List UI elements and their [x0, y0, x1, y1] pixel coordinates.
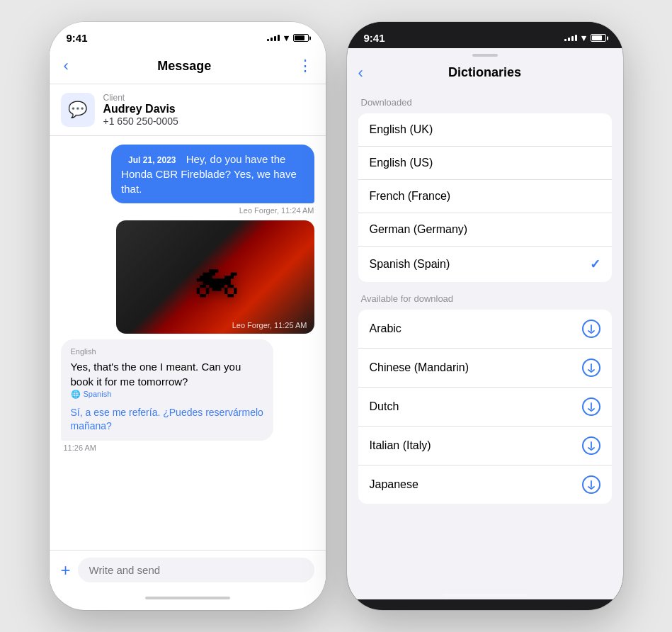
dictionaries-screen: ‹ Dictionaries Downloaded English (UK) E… [347, 48, 623, 599]
message-screen: ‹ Message ⋮ 💬 Client Audrey Davis +1 650… [50, 48, 326, 599]
contact-card[interactable]: 💬 Client Audrey Davis +1 650 250-0005 [50, 84, 326, 136]
status-icons-left: ▾ [267, 33, 309, 43]
moto-image: 🏍 Leo Forger, 11:25 AM [116, 220, 314, 334]
dict-name-italian: Italian (Italy) [370, 439, 431, 452]
status-bar-left: 9:41 ▾ [50, 22, 326, 48]
contact-phone: +1 650 250-0005 [103, 115, 178, 127]
dict-nav-bar: ‹ Dictionaries [347, 60, 623, 86]
home-indicator [145, 597, 230, 599]
translate-icon: 🌐 [71, 389, 81, 400]
contact-info: Client Audrey Davis +1 650 250-0005 [103, 93, 178, 127]
wifi-icon: ▾ [284, 33, 289, 43]
dict-name-arabic: Arabic [370, 322, 402, 335]
dict-item-english-us[interactable]: English (US) [358, 147, 612, 180]
lang-label: English [71, 346, 264, 357]
home-indicator-dark [443, 594, 528, 597]
bubble-meta-in: 11:26 AM [61, 444, 96, 452]
dict-item-chinese[interactable]: Chinese (Mandarin) [358, 349, 612, 388]
download-arabic-button[interactable] [582, 320, 600, 338]
dict-name-chinese: Chinese (Mandarin) [370, 361, 469, 374]
time-left: 9:41 [67, 32, 88, 44]
translated-text: Sí, a ese me refería. ¿Puedes reservárme… [71, 406, 264, 434]
message-nav-bar: ‹ Message ⋮ [50, 48, 326, 84]
dict-name-french: French (France) [370, 190, 451, 203]
message-text-in: Yes, that's the one I meant. Can you boo… [71, 361, 241, 388]
checkmark-icon: ✓ [590, 256, 600, 272]
dict-item-spanish[interactable]: Spanish (Spain) ✓ [358, 247, 612, 282]
left-phone: 9:41 ▾ ‹ Message ⋮ 💬 C [50, 22, 326, 610]
download-chinese-button[interactable] [582, 359, 600, 377]
image-bubble: 🏍 Leo Forger, 11:25 AM [116, 220, 314, 334]
dict-name-dutch: Dutch [370, 400, 399, 413]
avatar-icon: 💬 [68, 101, 87, 119]
moto-icon: 🏍 [190, 249, 240, 305]
signal-icon-right [564, 35, 577, 41]
dict-title: Dictionaries [448, 65, 521, 80]
download-dutch-button[interactable] [582, 397, 600, 416]
dict-name-japanese: Japanese [370, 478, 418, 491]
time-right: 9:41 [364, 32, 385, 44]
back-button[interactable]: ‹ [61, 54, 72, 78]
drag-handle [472, 54, 498, 57]
contact-label: Client [103, 93, 178, 103]
available-list: Arabic Chinese (Mandarin) [358, 310, 612, 504]
status-bar-right: 9:41 ▾ [347, 22, 623, 48]
dict-name-english-uk: English (UK) [370, 123, 433, 136]
wifi-icon-right: ▾ [581, 33, 586, 43]
available-label: Available for download [358, 282, 612, 310]
avatar: 💬 [61, 93, 95, 127]
bubble-meta-out: Leo Forger, 11:24 AM [239, 206, 314, 215]
more-button[interactable]: ⋮ [297, 58, 314, 74]
signal-icon [267, 35, 280, 41]
downloaded-label: Downloaded [358, 86, 612, 113]
dict-name-spanish: Spanish (Spain) [370, 258, 450, 271]
dict-item-french[interactable]: French (France) [358, 180, 612, 213]
dict-body: Downloaded English (UK) English (US) Fre… [347, 86, 623, 589]
date-chip: Jul 21, 2023 [121, 152, 183, 168]
nav-title: Message [157, 59, 211, 74]
downloaded-list: English (UK) English (US) French (France… [358, 113, 612, 282]
battery-icon-right [591, 34, 606, 42]
dict-item-english-uk[interactable]: English (UK) [358, 113, 612, 147]
message-bubble-out: Jul 21, 2023 Hey, do you have the Honda … [111, 145, 314, 203]
status-icons-right: ▾ [564, 33, 606, 43]
message-bubble-in: English Yes, that's the one I meant. Can… [61, 339, 274, 441]
image-meta: Leo Forger, 11:25 AM [232, 321, 307, 329]
input-bar: + [50, 550, 326, 597]
translation-tag: 🌐 Spanish [71, 389, 264, 400]
dict-item-japanese[interactable]: Japanese [358, 465, 612, 504]
battery-icon [293, 34, 309, 42]
download-italian-button[interactable] [582, 436, 600, 455]
dict-item-italian[interactable]: Italian (Italy) [358, 427, 612, 465]
add-button[interactable]: + [61, 562, 71, 579]
right-phone: 9:41 ▾ ‹ Dictionaries Downloaded [347, 22, 623, 610]
contact-name: Audrey Davis [103, 103, 178, 115]
dict-item-german[interactable]: German (Germany) [358, 213, 612, 247]
dict-item-dutch[interactable]: Dutch [358, 388, 612, 427]
message-input[interactable] [78, 558, 314, 582]
dict-back-button[interactable]: ‹ [358, 64, 363, 82]
dict-name-german: German (Germany) [370, 223, 468, 236]
dict-name-english-us: English (US) [370, 157, 433, 169]
download-japanese-button[interactable] [582, 475, 600, 494]
dict-item-arabic[interactable]: Arabic [358, 310, 612, 349]
translation-lang: Spanish [84, 389, 112, 400]
messages-area: Jul 21, 2023 Hey, do you have the Honda … [50, 136, 326, 550]
